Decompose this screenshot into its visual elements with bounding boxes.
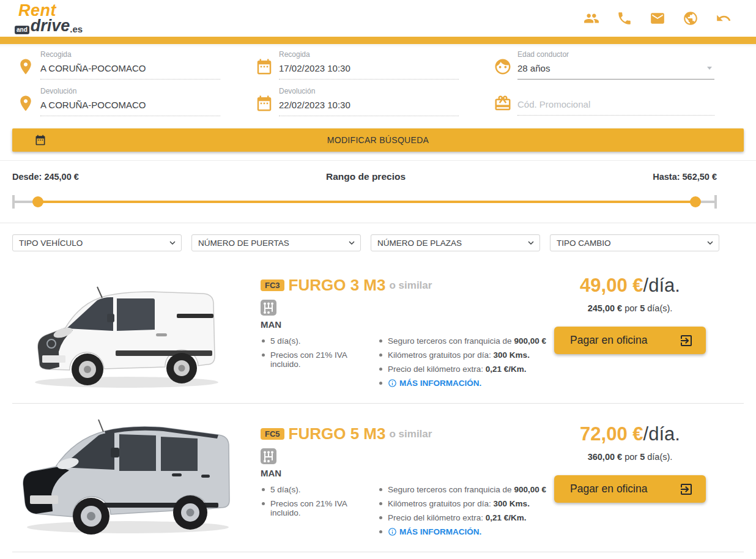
pickup-datetime-input[interactable]: 17/02/2023 10:30: [279, 63, 459, 80]
globe-icon[interactable]: [683, 10, 699, 26]
promo-code-input[interactable]: [517, 99, 714, 116]
included-features-list: Seguro terceros con franquicia de 900,00…: [378, 336, 546, 394]
range-from-label: Desde: 245,00 €: [12, 172, 79, 182]
list-item: Precio del kilómetro extra: 0,21 €/Km.: [378, 513, 546, 522]
driver-face-icon: [488, 50, 517, 80]
price-range-panel: Desde: 245,00 € Rango de precios Hasta: …: [0, 160, 756, 223]
gearbox-icon: MAN: [261, 300, 554, 330]
transmission-label: MAN: [261, 468, 554, 478]
transmission-label: MAN: [261, 319, 554, 330]
more-info-link[interactable]: MÁS INFORMACIÓN.: [388, 379, 481, 388]
phone-icon[interactable]: [617, 10, 632, 26]
more-info-link[interactable]: MÁS INFORMACIÓN.: [388, 527, 481, 536]
chevron-down-icon: [705, 237, 716, 248]
price-per-day: 49,00 €/día.: [554, 275, 706, 297]
gift-icon: [488, 87, 517, 116]
range-to-label: Hasta: 562,50 €: [653, 172, 717, 182]
included-features-list: Seguro terceros con franquicia de 900,00…: [378, 485, 546, 543]
header: Rent and drive .es: [0, 0, 756, 37]
list-item: Precio del kilómetro extra: 0,21 €/Km.: [378, 365, 546, 374]
vehicle-name: FURGO 5 M3: [289, 424, 386, 443]
driver-age-select[interactable]: 28 años: [517, 63, 714, 80]
gearbox-select[interactable]: TIPO CAMBIO: [550, 234, 719, 251]
list-item: 5 día(s).: [261, 336, 378, 346]
more-info-item: MÁS INFORMACIÓN.: [378, 379, 546, 390]
dropoff-datetime-input[interactable]: 22/02/2023 10:30: [279, 100, 459, 116]
driver-age-field: Edad conductor 28 años: [488, 50, 744, 80]
pay-in-office-button[interactable]: Pagar en oficina: [554, 327, 706, 354]
site-logo[interactable]: Rent and drive .es: [15, 2, 83, 34]
calendar-icon: [250, 87, 279, 116]
vehicle-name: FURGO 3 M3: [289, 276, 386, 295]
pickup-datetime-field: Recogida 17/02/2023 10:30: [250, 50, 488, 80]
promo-code-field: [488, 87, 744, 116]
logo-drive: drive: [31, 18, 70, 34]
users-icon[interactable]: [584, 10, 599, 26]
slider-handle-max[interactable]: [690, 196, 701, 207]
filters-row: TIPO VEHÍCULO NÚMERO DE PUERTAS NÚMERO D…: [12, 234, 744, 251]
modify-search-label: MODIFICAR BÚSQUEDA: [12, 135, 744, 145]
more-info-item: MÁS INFORMACIÓN.: [378, 527, 546, 538]
exit-arrow-icon: [679, 482, 694, 497]
logo-and: and: [15, 26, 29, 34]
list-item: Precios con 21% IVA incluido.: [261, 350, 378, 369]
info-icon: [388, 527, 397, 536]
caret-down-icon: [707, 67, 712, 70]
doors-select[interactable]: NÚMERO DE PUERTAS: [191, 234, 361, 251]
vehicle-code-badge: FC5: [261, 428, 284, 440]
list-item: Kilómetros gratuitos por día: 300 Kms.: [378, 499, 546, 508]
calendar-icon: [250, 50, 279, 80]
location-pin-icon: [11, 50, 40, 80]
vehicle-similar-note: o similar: [389, 428, 432, 440]
slider-right-cap: [714, 195, 717, 209]
dropoff-datetime-label: Devolución: [279, 87, 459, 95]
range-title: Rango de precios: [326, 171, 406, 182]
vehicle-code-badge: FC3: [261, 280, 284, 291]
seats-select[interactable]: NÚMERO DE PLAZAS: [371, 234, 540, 251]
chevron-down-icon: [167, 237, 178, 248]
result-card-fc5: FC5 FURGO 5 M3 o similar MAN 5 día(s). P…: [0, 404, 756, 543]
price-total-line: 245,00 € por 5 día(s).: [554, 303, 706, 313]
chevron-down-icon: [525, 237, 536, 248]
vehicle-image-fc5: [0, 411, 250, 543]
price-per-day: 72,00 €/día.: [554, 423, 706, 445]
rental-conditions-list: 5 día(s). Precios con 21% IVA incluido.: [261, 485, 378, 543]
slider-handle-min[interactable]: [32, 196, 43, 207]
pickup-location-label: Recogida: [40, 50, 220, 59]
vehicle-type-select[interactable]: TIPO VEHÍCULO: [12, 234, 182, 251]
vehicle-similar-note: o similar: [389, 280, 432, 292]
header-actions: [584, 10, 732, 26]
pickup-location-input[interactable]: A CORUÑA-POCOMACO: [40, 63, 220, 80]
chevron-down-icon: [346, 237, 357, 248]
dropoff-location-label: Devolución: [40, 87, 220, 95]
rental-conditions-list: 5 día(s). Precios con 21% IVA incluido.: [261, 336, 378, 394]
pickup-location-field: Recogida A CORUÑA-POCOMACO: [11, 50, 250, 80]
accent-strip: [0, 37, 756, 44]
dropoff-datetime-field: Devolución 22/02/2023 10:30: [250, 87, 488, 116]
gearbox-icon: MAN: [261, 448, 554, 478]
pay-in-office-button[interactable]: Pagar en oficina: [554, 475, 706, 503]
mail-icon[interactable]: [650, 10, 665, 26]
vehicle-image-fc3: [0, 262, 250, 394]
pickup-datetime-label: Recogida: [279, 50, 459, 59]
price-range-slider: [12, 196, 717, 208]
list-item: Kilómetros gratuitos por día: 300 Kms.: [378, 350, 546, 360]
price-total-line: 360,00 € por 5 día(s).: [554, 452, 706, 462]
driver-age-label: Edad conductor: [517, 50, 714, 59]
list-item: Precios con 21% IVA incluido.: [261, 499, 378, 517]
list-item: Seguro terceros con franquicia de 900,00…: [378, 485, 546, 494]
dropoff-location-field: Devolución A CORUÑA-POCOMACO: [11, 87, 250, 116]
list-item: 5 día(s).: [261, 485, 378, 494]
dropoff-location-input[interactable]: A CORUÑA-POCOMACO: [40, 100, 220, 116]
modify-search-button[interactable]: MODIFICAR BÚSQUEDA: [12, 128, 744, 152]
exit-arrow-icon: [679, 333, 694, 348]
search-form: Recogida A CORUÑA-POCOMACO Recogida 17/0…: [0, 44, 756, 122]
info-icon: [388, 379, 397, 388]
logo-tld: .es: [70, 24, 83, 34]
location-pin-icon: [11, 87, 40, 116]
slider-track-active: [38, 201, 695, 203]
undo-icon[interactable]: [716, 10, 732, 26]
page-bottom-divider: [12, 552, 744, 552]
calendar-icon: [34, 134, 46, 146]
list-item: Seguro terceros con franquicia de 900,00…: [378, 336, 546, 346]
